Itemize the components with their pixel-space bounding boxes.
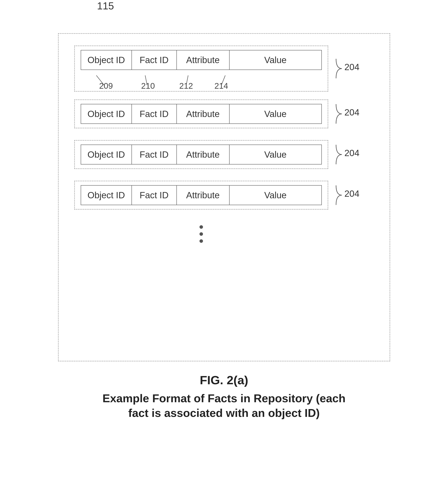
- annotation-arrows: [81, 72, 322, 89]
- brace-2: 204: [334, 103, 358, 125]
- dot-3: [200, 239, 203, 243]
- cell-factid-1: Fact ID: [132, 50, 177, 70]
- annotation-209: 209: [99, 81, 113, 91]
- annotation-210: 210: [141, 81, 155, 91]
- fact-row-4: Object ID Fact ID Attribute Value 204: [74, 181, 374, 210]
- fact-row-2: Object ID Fact ID Attribute Value 204: [74, 100, 374, 128]
- caption-area: FIG. 2(a) Example Format of Facts in Rep…: [68, 373, 380, 420]
- cell-attribute-3: Attribute: [177, 145, 230, 164]
- annotation-212: 212: [179, 81, 193, 91]
- caption-subtitle: Example Format of Facts in Repository (e…: [68, 391, 380, 420]
- cell-factid-2: Fact ID: [132, 104, 177, 123]
- label-115: 115: [97, 0, 114, 12]
- brace-label-4: 204: [344, 188, 360, 199]
- page-container: 115 Object ID Fact ID Attribute Value: [0, 0, 448, 479]
- cell-attribute-4: Attribute: [177, 186, 230, 205]
- fact-row-1: Object ID Fact ID Attribute Value: [74, 46, 374, 92]
- cell-objectid-3: Object ID: [81, 145, 132, 164]
- cell-value-2: Value: [230, 104, 321, 123]
- inner-box-4: Object ID Fact ID Attribute Value: [74, 181, 328, 210]
- cell-attribute-2: Attribute: [177, 104, 230, 123]
- cell-value-1: Value: [230, 50, 321, 70]
- cell-attribute-1: Attribute: [177, 50, 230, 70]
- cell-value-4: Value: [230, 186, 321, 205]
- cell-objectid-4: Object ID: [81, 186, 132, 205]
- brace-label-1: 204: [344, 62, 360, 72]
- dots-container: [74, 225, 328, 243]
- fact-row-3: Object ID Fact ID Attribute Value 204: [74, 140, 374, 169]
- cell-value-3: Value: [230, 145, 321, 164]
- brace-1: 204: [334, 58, 358, 79]
- record-row-3: Object ID Fact ID Attribute Value: [81, 145, 322, 165]
- outer-box: Object ID Fact ID Attribute Value: [58, 33, 390, 361]
- brace-4: 204: [334, 184, 358, 206]
- cell-factid-3: Fact ID: [132, 145, 177, 164]
- cell-objectid-1: Object ID: [81, 50, 132, 70]
- brace-3: 204: [334, 144, 358, 165]
- cell-factid-4: Fact ID: [132, 186, 177, 205]
- dot-1: [200, 225, 203, 229]
- cell-objectid-2: Object ID: [81, 104, 132, 123]
- caption-title: FIG. 2(a): [68, 373, 380, 387]
- annotations-row: 209 210 212 214: [81, 72, 322, 87]
- record-row-2: Object ID Fact ID Attribute Value: [81, 104, 322, 124]
- inner-box-3: Object ID Fact ID Attribute Value: [74, 140, 328, 169]
- annotation-214: 214: [214, 81, 228, 91]
- brace-label-3: 204: [344, 148, 360, 158]
- brace-label-2: 204: [344, 107, 360, 118]
- inner-box-2: Object ID Fact ID Attribute Value: [74, 100, 328, 128]
- record-row-4: Object ID Fact ID Attribute Value: [81, 185, 322, 205]
- record-row-1: Object ID Fact ID Attribute Value: [81, 50, 322, 70]
- dot-2: [200, 232, 203, 236]
- inner-box-1: Object ID Fact ID Attribute Value: [74, 46, 328, 92]
